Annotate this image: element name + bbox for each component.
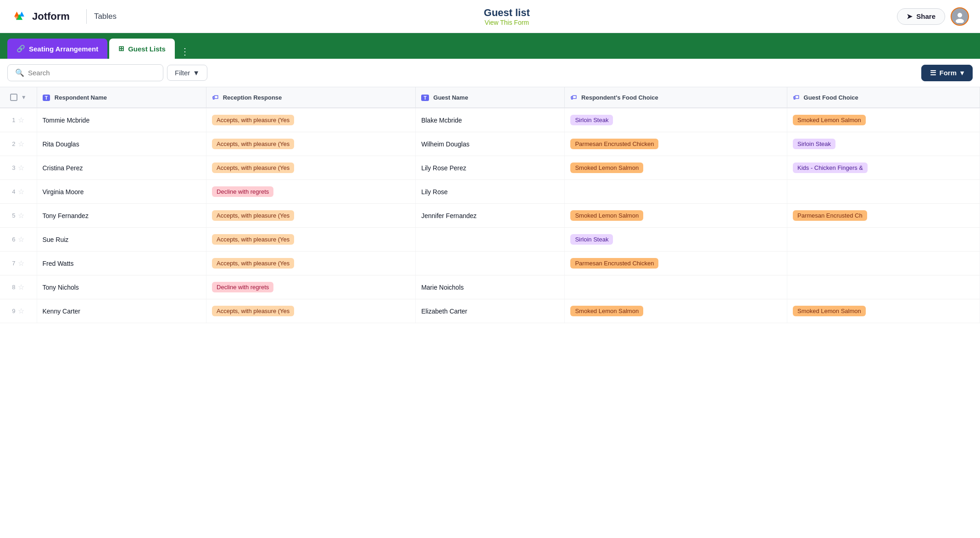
row-number: 3: [12, 164, 15, 171]
col-guest-food: 🏷 Guest Food Choice: [787, 87, 980, 108]
form-view-icon: ☰: [930, 69, 936, 77]
avatar-icon: [953, 10, 966, 23]
guest-name-cell: Wilheim Douglas: [416, 132, 565, 156]
star-icon[interactable]: ☆: [18, 259, 24, 268]
respondent-name-cell: Cristina Perez: [37, 156, 206, 180]
resp-food-tag-icon: 🏷: [570, 94, 577, 101]
reception-response-cell: Decline with regrets: [206, 275, 416, 299]
reception-badge: Accepts, with pleasure (Yes: [212, 234, 294, 245]
table-header: ▼ T Respondent Name 🏷 Reception Response…: [0, 87, 980, 108]
share-button[interactable]: ➤ Share: [897, 8, 945, 25]
reception-response-cell: Accepts, with pleasure (Yes: [206, 132, 416, 156]
respondent-food-badge: Parmesan Encrusted Chicken: [570, 258, 658, 269]
star-icon[interactable]: ☆: [18, 307, 24, 315]
respondent-name-cell: Tommie Mcbride: [37, 108, 206, 132]
respondent-food-badge: Parmesan Encrusted Chicken: [570, 139, 658, 149]
search-input[interactable]: [28, 69, 156, 77]
respondent-food-badge: Smoked Lemon Salmon: [570, 163, 643, 173]
star-icon[interactable]: ☆: [18, 116, 24, 124]
col-respondent-food-label: Respondent's Food Choice: [581, 94, 658, 101]
respondent-food-badge: Smoked Lemon Salmon: [570, 210, 643, 221]
star-icon[interactable]: ☆: [18, 235, 24, 244]
form-view-button[interactable]: ☰ Form ▾: [921, 65, 973, 81]
grid-icon: ⊞: [118, 45, 124, 53]
tab-guest-lists[interactable]: ⊞ Guest Lists: [109, 39, 175, 59]
guest-name-cell: Blake Mcbride: [416, 108, 565, 132]
select-all-checkbox[interactable]: [10, 94, 17, 101]
col-guest-food-label: Guest Food Choice: [804, 94, 858, 101]
reception-tag-icon: 🏷: [212, 94, 218, 101]
guest-list-table: ▼ T Respondent Name 🏷 Reception Response…: [0, 87, 980, 323]
guest-food-cell: Kids - Chicken Fingers &: [787, 156, 980, 180]
star-icon[interactable]: ☆: [18, 140, 24, 148]
logo-area: Jotform: [11, 8, 70, 25]
jotform-logo-icon: [11, 8, 28, 25]
tables-label: Tables: [94, 12, 117, 21]
table-body: 1 ☆ Tommie McbrideAccepts, with pleasure…: [0, 108, 980, 323]
col-respondent-name: T Respondent Name: [37, 87, 206, 108]
sort-chevron[interactable]: ▼: [21, 94, 27, 101]
view-form-link[interactable]: View This Form: [117, 19, 897, 26]
guest-food-badge: Smoked Lemon Salmon: [793, 115, 866, 125]
header-center: Guest list View This Form: [117, 7, 897, 26]
table-row: 6 ☆ Sue RuizAccepts, with pleasure (YesS…: [0, 228, 980, 252]
col-respondent-food: 🏷 Respondent's Food Choice: [565, 87, 787, 108]
guest-food-cell: [787, 228, 980, 252]
respondent-food-cell: Parmesan Encrusted Chicken: [565, 252, 787, 275]
reception-response-cell: Accepts, with pleasure (Yes: [206, 228, 416, 252]
table-row: 2 ☆ Rita DouglasAccepts, with pleasure (…: [0, 132, 980, 156]
row-number: 8: [12, 284, 15, 291]
tab-seating-label: Seating Arrangement: [29, 45, 98, 53]
reception-response-cell: Decline with regrets: [206, 180, 416, 204]
respondent-name-cell: Tony Fernandez: [37, 204, 206, 228]
search-box[interactable]: 🔍: [7, 64, 163, 81]
row-num-cell: 4 ☆: [0, 180, 37, 204]
row-number: 2: [12, 140, 15, 147]
guest-food-tag-icon: 🏷: [793, 94, 799, 101]
header-divider: [86, 9, 87, 24]
star-icon[interactable]: ☆: [18, 211, 24, 220]
reception-badge: Accepts, with pleasure (Yes: [212, 210, 294, 221]
table-container: ▼ T Respondent Name 🏷 Reception Response…: [0, 87, 980, 323]
row-number: 4: [12, 188, 15, 195]
table-row: 1 ☆ Tommie McbrideAccepts, with pleasure…: [0, 108, 980, 132]
reception-badge: Accepts, with pleasure (Yes: [212, 163, 294, 173]
guest-food-cell: Parmesan Encrusted Ch: [787, 204, 980, 228]
reception-response-cell: Accepts, with pleasure (Yes: [206, 204, 416, 228]
guest-food-cell: Sirloin Steak: [787, 132, 980, 156]
guest-name-cell: [416, 252, 565, 275]
table-row: 8 ☆ Tony NicholsDecline with regretsMari…: [0, 275, 980, 299]
tabs-bar: 🔗 Seating Arrangement ⊞ Guest Lists ⋮: [0, 33, 980, 59]
guest-name-cell: Jennifer Fernandez: [416, 204, 565, 228]
reception-response-cell: Accepts, with pleasure (Yes: [206, 299, 416, 323]
reception-badge: Accepts, with pleasure (Yes: [212, 139, 294, 149]
star-icon[interactable]: ☆: [18, 283, 24, 291]
link-icon: 🔗: [17, 45, 25, 53]
respondent-name-cell: Sue Ruiz: [37, 228, 206, 252]
respondent-food-cell: Sirloin Steak: [565, 108, 787, 132]
respondent-food-badge: Smoked Lemon Salmon: [570, 306, 643, 316]
share-label: Share: [916, 12, 935, 20]
tab-more-button[interactable]: ⋮: [177, 44, 193, 59]
guest-food-cell: [787, 275, 980, 299]
row-num-cell: 2 ☆: [0, 132, 37, 156]
guest-food-badge: Kids - Chicken Fingers &: [793, 163, 868, 173]
avatar: [951, 7, 969, 26]
row-num-cell: 6 ☆: [0, 228, 37, 252]
form-title: Guest list: [117, 7, 897, 19]
reception-badge: Accepts, with pleasure (Yes: [212, 306, 294, 316]
col-reception-label: Reception Response: [223, 94, 282, 101]
respondent-name-cell: Tony Nichols: [37, 275, 206, 299]
svg-point-1: [958, 13, 962, 17]
filter-label: Filter: [175, 69, 190, 77]
table-row: 7 ☆ Fred WattsAccepts, with pleasure (Ye…: [0, 252, 980, 275]
star-icon[interactable]: ☆: [18, 163, 24, 172]
guest-name-cell: Elizabeth Carter: [416, 299, 565, 323]
row-number: 7: [12, 260, 15, 267]
filter-button[interactable]: Filter ▼: [167, 65, 207, 81]
tab-seating-arrangement[interactable]: 🔗 Seating Arrangement: [7, 39, 107, 59]
col-respondent-name-label: Respondent Name: [55, 94, 107, 101]
row-num-cell: 3 ☆: [0, 156, 37, 180]
star-icon[interactable]: ☆: [18, 187, 24, 196]
respondent-food-cell: Smoked Lemon Salmon: [565, 204, 787, 228]
